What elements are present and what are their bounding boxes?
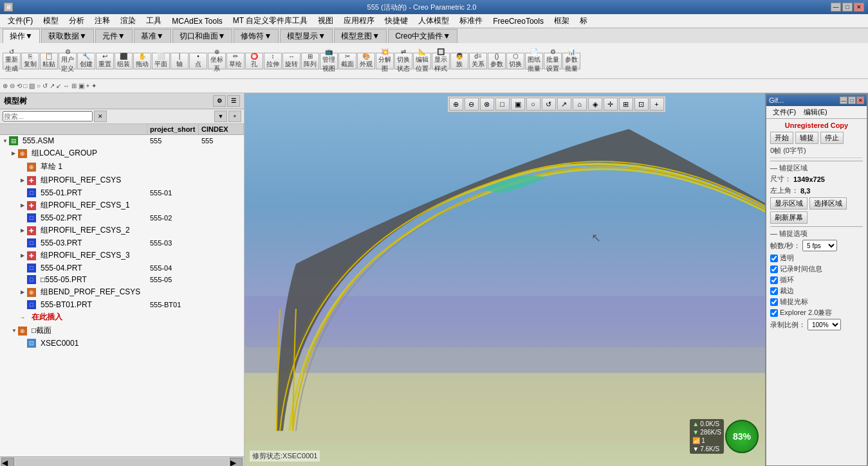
toolbar-item-外观[interactable]: 🎨外观 [360, 53, 373, 69]
vp-options[interactable]: ⊡ [634, 98, 649, 111]
menu-item-[interactable]: 应用程序 [338, 14, 380, 28]
fps-select[interactable]: 5 fps 1 fps 2 fps 10 fps 15 fps 20 fps [802, 240, 837, 251]
gif-checkbox-透明[interactable] [770, 255, 778, 262]
minimize-button[interactable]: — [831, 3, 841, 12]
vp-fit[interactable]: ⊗ [480, 98, 494, 111]
toolbar-item-图纸批量[interactable]: 📄图纸批量 [526, 48, 542, 73]
menu-item-[interactable]: 人体模型 [413, 14, 454, 28]
vp-cross[interactable]: ✛ [604, 98, 618, 111]
tree-search-input[interactable] [3, 111, 93, 121]
gif-file-menu[interactable]: 文件(F) [769, 107, 800, 118]
toolbar-item-平面[interactable]: ⬜平面 [154, 53, 167, 69]
tree-row[interactable]: □555-02.PRT555-02 [0, 212, 244, 224]
refresh-button[interactable]: 刷新屏幕 [770, 211, 808, 224]
vp-home[interactable]: ⌂ [573, 98, 587, 111]
tree-row[interactable]: ⊕草绘 1 [0, 160, 244, 174]
toolbar-item-编辑位置[interactable]: 📐编辑位置 [414, 48, 430, 73]
viewport[interactable]: ↖ ⊕ ⊖ ⊗ □ ▣ ○ ↺ ↗ ⌂ ◈ ✛ ⊞ ⊡ + 修剪状态:XSEC0… [245, 93, 868, 466]
tree-close-button[interactable]: ✕ [94, 111, 107, 122]
gif-maximize[interactable]: □ [848, 96, 856, 104]
vp-view[interactable]: ◈ [588, 98, 602, 111]
tree-settings-button[interactable]: ⚙ [213, 95, 226, 107]
toolbar-btn-管理视图[interactable]: 📺管理视图 [320, 53, 338, 69]
tree-row[interactable]: □□555-05.PRT555-05 [0, 274, 244, 285]
tree-row[interactable]: □555-04.PRT555-04 [0, 262, 244, 274]
toolbar-btn-组装[interactable]: ⬛组装 [115, 53, 133, 69]
toolbar-item-族[interactable]: 👨族 [456, 53, 463, 69]
toolbar-item-参数批量[interactable]: 📊参数批量 [563, 48, 580, 73]
toolbar-item-关系[interactable]: d=关系 [472, 53, 485, 69]
tree-row[interactable]: ▶✚组PROFIL_REF_CSYS_3 [0, 249, 244, 262]
toolbar-item-截面[interactable]: ✂截面 [341, 53, 354, 69]
toolbar-btn-坐标系[interactable]: ⊕坐标系 [208, 53, 226, 69]
toolbar-item-批量设置[interactable]: ⚙批量设置 [544, 48, 561, 73]
gif-capture-button[interactable]: 辅捉 [795, 132, 818, 144]
toolbar-tab-6[interactable]: 模型显示▼ [280, 29, 333, 43]
toolbar-btn-切换状态[interactable]: ⇌切换状态 [394, 53, 412, 69]
tree-row[interactable]: ▼▤555.ASM555555 [0, 135, 244, 147]
toolbar-item-显示样式[interactable]: 🔲显示样式 [432, 48, 449, 73]
toolbar-item-坐标系[interactable]: ⊕坐标系 [208, 48, 225, 73]
scroll-track[interactable] [15, 458, 228, 466]
toolbar-item-重新生成[interactable]: ↺重新生成 [3, 48, 20, 73]
vp-rect2[interactable]: ▣ [511, 98, 525, 111]
toolbar-tab-1[interactable]: 获取数据▼ [41, 29, 94, 43]
toolbar-item-用户定义[interactable]: ⚙用户定义 [59, 48, 76, 73]
toolbar-item-组装[interactable]: ⬛组装 [117, 53, 130, 69]
toolbar-btn-关系[interactable]: d=关系 [469, 53, 487, 69]
toolbar-btn-点[interactable]: •点 [189, 53, 207, 69]
toolbar-item-阵列[interactable]: ⊞阵列 [304, 53, 317, 69]
toolbar-btn-草绘[interactable]: ✏草绘 [226, 53, 245, 69]
toolbar-item-创建[interactable]: 🔧创建 [80, 53, 93, 69]
toolbar-item-拖动[interactable]: ✋拖动 [136, 53, 149, 69]
toolbar-item-草绘[interactable]: ✏草绘 [229, 53, 242, 69]
maximize-button[interactable]: □ [842, 3, 853, 12]
toolbar-item-孔[interactable]: ⭕孔 [250, 53, 258, 69]
gif-minimize[interactable]: — [840, 96, 847, 104]
gif-checkbox-裁边[interactable] [770, 287, 778, 295]
tree-row[interactable]: ▶⊕组BEND_PROF_REF_CSYS [0, 285, 244, 299]
toolbar-btn-切换[interactable]: ⬡切换 [506, 53, 524, 69]
menu-item-f[interactable]: 文件(F) [3, 14, 38, 28]
toolbar-btn-外观[interactable]: 🎨外观 [357, 53, 375, 69]
tree-row[interactable]: □555-03.PRT555-03 [0, 237, 244, 249]
gif-checkbox-记录时间信息[interactable] [770, 265, 778, 273]
toolbar-item-参数[interactable]: ()参数 [490, 53, 503, 69]
gif-start-button[interactable]: 开始 [770, 132, 793, 144]
toolbar-item-粘贴[interactable]: 📋粘贴 [42, 53, 55, 69]
left-scrollbar[interactable]: ◀ ▶ [0, 456, 244, 466]
app-icon[interactable]: 🖥 [4, 3, 13, 12]
tree-row[interactable]: ▶✚组PROFIL_REF_CSYS [0, 174, 244, 187]
toolbar-item-重置[interactable]: ↩重置 [98, 53, 111, 69]
scroll-right-btn[interactable]: ▶ [230, 458, 243, 467]
toolbar-btn-批量设置[interactable]: ⚙批量设置 [544, 53, 562, 69]
toolbar-tab-2[interactable]: 元件▼ [95, 29, 133, 43]
menu-item-[interactable]: 工具 [141, 14, 167, 28]
toolbar-tab-5[interactable]: 修饰符▼ [234, 29, 279, 43]
close-button[interactable]: ✕ [854, 3, 864, 12]
toolbar-btn-重新生成[interactable]: ↺重新生成 [3, 53, 21, 69]
toolbar-tab-0[interactable]: 操作▼ [3, 29, 40, 43]
toolbar-tab-8[interactable]: Creo中文插件▼ [388, 29, 457, 43]
menu-item-[interactable]: 标准件 [454, 14, 488, 28]
toolbar-item-旋转[interactable]: ↔旋转 [285, 53, 298, 69]
gif-checkbox-循环[interactable] [770, 276, 778, 284]
toolbar-item-管理视图[interactable]: 📺管理视图 [320, 48, 337, 73]
tree-row[interactable]: □555-BT01.PRT555-BT01 [0, 299, 244, 310]
toolbar-btn-拉伸[interactable]: ↕拉伸 [264, 53, 282, 69]
toolbar-btn-旋转[interactable]: ↔旋转 [282, 53, 300, 69]
display-region-button[interactable]: 显示区域 [770, 197, 808, 210]
toolbar-btn-粘贴[interactable]: 📋粘贴 [40, 53, 58, 69]
menu-item-[interactable]: 分析 [64, 14, 89, 28]
toolbar-btn-参数[interactable]: ()参数 [488, 53, 506, 69]
vp-zoom-out[interactable]: ⊖ [465, 98, 479, 111]
tree-expand-button[interactable]: + [228, 111, 241, 122]
toolbar-item-复制[interactable]: ⎘复制 [24, 53, 37, 69]
toolbar-btn-编辑位置[interactable]: 📐编辑位置 [413, 53, 431, 69]
toolbar-item-切换[interactable]: ⬡切换 [509, 53, 522, 69]
toolbar-btn-显示样式[interactable]: 🔲显示样式 [432, 53, 450, 69]
menu-item-mt[interactable]: MT 自定义零件库工具 [228, 14, 313, 28]
tree-row[interactable]: ▼⊕□截面 [0, 324, 244, 337]
record-ratio-select[interactable]: 100% 50% 75% 150% 200% [808, 319, 841, 330]
toolbar-btn-孔[interactable]: ⭕孔 [245, 53, 263, 69]
